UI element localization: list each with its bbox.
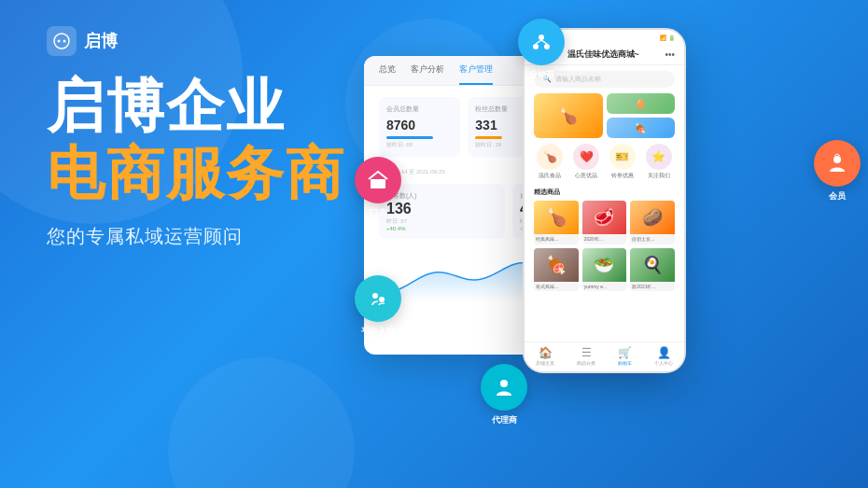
stat-members-footer: 较昨日: 68 — [386, 141, 453, 149]
product-name-5: 新2021年... — [630, 282, 675, 292]
phone-icons: 📶 🔋 — [660, 35, 675, 41]
svg-point-12 — [500, 380, 508, 387]
category-icon-1: ❤️ — [573, 144, 599, 170]
badge-store: 门店 — [355, 157, 401, 219]
nav-profile[interactable]: 👤 个人中心 — [654, 346, 673, 366]
product-2[interactable]: 🥔 自切土豆... — [630, 201, 675, 244]
nav-profile-label: 个人中心 — [654, 360, 673, 366]
phone-store-name: 温氏佳味优选商城~ — [567, 49, 639, 61]
svg-line-6 — [536, 40, 541, 44]
product-name-2: 自切土豆... — [630, 234, 675, 244]
badge-store-label: 门店 — [370, 207, 386, 219]
svg-line-7 — [541, 40, 547, 44]
product-img-5: 🍳 — [630, 248, 675, 282]
badge-member: 会员 — [814, 140, 861, 202]
badge-member-label: 会员 — [829, 190, 846, 202]
phone-category-row: 🍗 温氏食品 ❤️ 心意优品 🎫 铃券优惠 ⭐ 关注我们 — [525, 144, 684, 180]
tab-customer-management[interactable]: 客户管理 — [459, 56, 493, 85]
badge-distributor-icon — [518, 19, 565, 65]
logo-icon — [47, 26, 77, 56]
category-label-0: 温氏食品 — [539, 172, 561, 180]
nav-category-label: 商品分类 — [577, 360, 595, 366]
nav-home-icon: 🏠 — [539, 346, 553, 359]
product-4[interactable]: 🥗 yummy e... — [582, 248, 627, 292]
logo-text: 启博 — [84, 30, 118, 52]
svg-point-2 — [63, 40, 66, 43]
logo: 启博 — [47, 26, 118, 56]
order-visitors-sub: 昨日: 97 — [386, 217, 497, 226]
nav-profile-icon: 👤 — [657, 346, 671, 359]
phone-banner-2: 🥚 — [607, 93, 676, 114]
svg-point-10 — [372, 293, 378, 299]
product-img-3: 🍖 — [534, 248, 579, 282]
svg-point-5 — [544, 44, 550, 49]
product-img-0: 🍗 — [534, 201, 579, 234]
product-name-0: 经典风味... — [534, 234, 579, 244]
stat-members-bar — [386, 136, 433, 139]
badge-agent-icon — [481, 364, 527, 411]
svg-point-1 — [58, 40, 61, 43]
product-5[interactable]: 🍳 新2021年... — [630, 248, 675, 292]
badge-agent-label: 代理商 — [492, 414, 517, 426]
svg-rect-9 — [375, 183, 381, 188]
phone-banner-row: 🍗 🥚 🍖 — [525, 93, 684, 138]
badge-platform-label: 平台入驻 — [361, 326, 395, 338]
category-icon-3: ⭐ — [646, 144, 672, 170]
stat-fans-bar — [475, 136, 502, 139]
category-icon-0: 🍗 — [537, 144, 563, 170]
category-label-1: 心意优品 — [575, 172, 597, 180]
product-1[interactable]: 🥩 2020年... — [582, 201, 627, 244]
nav-cart[interactable]: 🛒 购物车 — [618, 346, 632, 366]
product-name-1: 2020年... — [582, 234, 627, 244]
category-icon-2: 🎫 — [609, 144, 636, 170]
product-0[interactable]: 🍗 经典风味... — [534, 201, 579, 244]
stat-members: 会员总数量 8760 较昨日: 68 — [379, 97, 460, 157]
badge-agent: 代理商 — [481, 364, 527, 426]
category-item-0[interactable]: 🍗 温氏食品 — [537, 144, 563, 180]
nav-category-icon: ☰ — [581, 346, 592, 359]
svg-point-3 — [539, 35, 544, 40]
phone-bottom-nav: 🏠 店铺主页 ☰ 商品分类 🛒 购物车 👤 个人中心 — [525, 342, 684, 371]
phone-section-title: 精选商品 — [525, 188, 684, 197]
nav-home-label: 店铺主页 — [536, 360, 554, 366]
svg-point-13 — [833, 156, 841, 163]
product-name-3: 有式风味... — [534, 282, 579, 292]
svg-point-0 — [54, 34, 69, 49]
tab-customer-analysis[interactable]: 客户分析 — [411, 56, 444, 85]
stat-members-value: 8760 — [386, 118, 453, 132]
order-visitors-value: 136 — [386, 201, 497, 217]
svg-point-11 — [379, 297, 385, 302]
badge-distributor: 分销商 — [518, 19, 565, 81]
category-label-3: 关注我们 — [648, 172, 670, 180]
mockup-area: 总览 客户分析 客户管理 会员总数量 8760 较昨日: 68 粉丝总数量 33… — [345, 0, 868, 488]
category-item-2[interactable]: 🎫 铃券优惠 — [609, 144, 636, 180]
stat-members-label: 会员总数量 — [386, 105, 453, 114]
bg-decoration-2 — [168, 357, 355, 488]
svg-point-4 — [533, 44, 539, 49]
tab-overview[interactable]: 总览 — [379, 56, 396, 85]
nav-cart-icon: 🛒 — [618, 346, 632, 359]
badge-distributor-label: 分销商 — [529, 69, 554, 81]
badge-store-icon — [355, 157, 401, 203]
nav-cart-label: 购物车 — [618, 360, 632, 366]
product-img-2: 🥔 — [630, 201, 675, 234]
product-img-4: 🥗 — [582, 248, 627, 282]
product-img-1: 🥩 — [582, 201, 627, 234]
category-label-2: 铃券优惠 — [611, 172, 634, 180]
more-icon[interactable]: ••• — [665, 49, 675, 60]
nav-category[interactable]: ☰ 商品分类 — [577, 346, 595, 366]
nav-home[interactable]: 🏠 店铺主页 — [536, 346, 554, 366]
badge-member-icon — [814, 140, 861, 187]
badge-platform-icon — [355, 275, 401, 322]
phone-banner-3: 🍖 — [607, 118, 676, 138]
phone-banner-1: 🍗 — [534, 93, 603, 138]
category-item-3[interactable]: ⭐ 关注我们 — [646, 144, 672, 180]
phone-products-grid: 🍗 经典风味... 🥩 2020年... 🥔 自切土豆... 🍖 有式风味...… — [525, 201, 684, 291]
product-3[interactable]: 🍖 有式风味... — [534, 248, 579, 292]
category-item-1[interactable]: ❤️ 心意优品 — [573, 144, 599, 180]
order-visitors-change: +40.4% — [386, 226, 497, 231]
product-name-4: yummy e... — [582, 282, 627, 292]
badge-platform: 平台入驻 — [355, 275, 401, 338]
order-visitors-label: 访客数(人) — [386, 191, 497, 201]
